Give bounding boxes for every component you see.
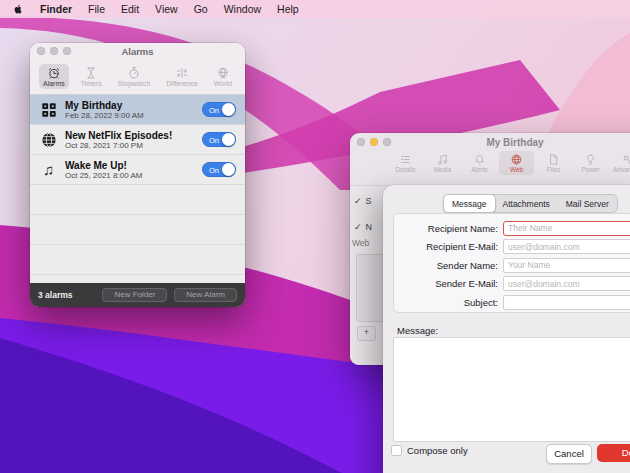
zoom-button[interactable] bbox=[63, 47, 71, 55]
menu-item-edit[interactable]: Edit bbox=[121, 3, 139, 15]
alarm-title: New NetFlix Episodes! bbox=[65, 130, 202, 141]
empty-list-row bbox=[30, 275, 245, 283]
checked-option-1[interactable]: ✓S bbox=[354, 196, 372, 206]
web-globe-icon bbox=[510, 153, 523, 166]
toolbar-advanced[interactable]: Advanced bbox=[610, 151, 630, 175]
recipient-email-field[interactable] bbox=[503, 239, 630, 254]
apple-menu[interactable] bbox=[12, 3, 24, 15]
alarms-titlebar: Alarms bbox=[30, 43, 245, 59]
message-label: Message: bbox=[397, 325, 438, 336]
empty-list-row bbox=[30, 245, 245, 275]
compose-only-checkbox[interactable] bbox=[391, 445, 402, 456]
alarms-bottom-bar: 3 alarms New Folder New Alarm bbox=[30, 283, 245, 307]
hourglass-icon bbox=[84, 66, 98, 80]
minimize-button[interactable] bbox=[370, 138, 378, 146]
toolbar-media[interactable]: Media bbox=[425, 151, 460, 175]
tab-message[interactable]: Message bbox=[443, 194, 496, 213]
toolbar-alerts[interactable]: Alerts bbox=[462, 151, 497, 175]
checked-option-2[interactable]: ✓N bbox=[354, 222, 372, 232]
menu-item-view[interactable]: View bbox=[155, 3, 178, 15]
alarm-count-status: 3 alarms bbox=[38, 290, 95, 300]
menu-bar: Finder File Edit View Go Window Help bbox=[0, 0, 630, 18]
toolbar-difference[interactable]: Difference bbox=[162, 64, 202, 89]
alarm-clock-icon bbox=[47, 66, 61, 80]
tab-attachments[interactable]: Attachments bbox=[495, 195, 558, 212]
alarm-row-wake-me-up[interactable]: ♫ Wake Me Up! Oct 25, 2021 8:00 AM On bbox=[30, 155, 245, 185]
close-button[interactable] bbox=[37, 47, 45, 55]
power-icon bbox=[584, 153, 597, 166]
toolbar-details[interactable]: Details bbox=[388, 151, 423, 175]
toolbar-power[interactable]: Power bbox=[573, 151, 608, 175]
window-title: My Birthday bbox=[350, 137, 630, 148]
new-folder-button[interactable]: New Folder bbox=[102, 288, 167, 303]
media-icon bbox=[436, 153, 449, 166]
sheet-tabs: Message Attachments Mail Server bbox=[443, 194, 618, 213]
alarms-toolbar: Alarms Timers Stopwatch Difference World bbox=[30, 59, 245, 95]
empty-list-row bbox=[30, 215, 245, 245]
alarm-list: My Birthday Feb 28, 2022 9:00 AM On New … bbox=[30, 95, 245, 283]
compose-only-option: Compose only bbox=[391, 445, 468, 456]
desktop: Finder File Edit View Go Window Help My … bbox=[0, 0, 630, 473]
message-textarea[interactable] bbox=[393, 337, 630, 442]
toggle-knob bbox=[222, 163, 235, 176]
menu-item-help[interactable]: Help bbox=[277, 3, 299, 15]
done-button[interactable]: Done bbox=[597, 444, 630, 462]
compose-only-label: Compose only bbox=[407, 445, 468, 456]
alarm-row-my-birthday[interactable]: My Birthday Feb 28, 2022 9:00 AM On bbox=[30, 95, 245, 125]
alarm-title: Wake Me Up! bbox=[65, 160, 202, 171]
world-icon bbox=[216, 66, 230, 80]
alarm-row-netflix[interactable]: New NetFlix Episodes! Oct 28, 2021 7:00 … bbox=[30, 125, 245, 155]
bell-icon bbox=[473, 153, 486, 166]
zoom-button[interactable] bbox=[383, 138, 391, 146]
toolbar-world[interactable]: World bbox=[210, 64, 236, 89]
checkmark-icon: ✓ bbox=[354, 196, 362, 206]
toolbar-stopwatch[interactable]: Stopwatch bbox=[114, 64, 155, 89]
stopwatch-icon bbox=[127, 66, 141, 80]
toolbar-web[interactable]: Web bbox=[499, 151, 534, 175]
difference-icon bbox=[175, 66, 189, 80]
web-section-label: Web bbox=[352, 238, 369, 248]
cancel-button[interactable]: Cancel bbox=[546, 444, 592, 464]
toolbar-timers[interactable]: Timers bbox=[77, 64, 106, 89]
music-note-icon: ♫ bbox=[43, 162, 54, 177]
globe-icon bbox=[41, 132, 57, 148]
apple-logo-icon bbox=[12, 3, 24, 15]
alarms-window: Alarms Alarms Timers Stopwatch Differenc… bbox=[30, 43, 245, 307]
tab-mail-server[interactable]: Mail Server bbox=[558, 195, 617, 212]
alarm-toggle[interactable]: On bbox=[202, 162, 236, 177]
sender-email-field[interactable] bbox=[503, 276, 630, 291]
menu-item-finder[interactable]: Finder bbox=[40, 3, 72, 15]
recipient-name-field[interactable] bbox=[503, 221, 630, 236]
sender-name-label: Sender Name: bbox=[394, 260, 503, 271]
alarm-datetime: Feb 28, 2022 9:00 AM bbox=[65, 111, 202, 120]
advanced-icon bbox=[621, 153, 630, 166]
add-button[interactable]: + bbox=[357, 326, 376, 341]
sender-email-label: Sender E-Mail: bbox=[394, 278, 503, 289]
subject-label: Subject: bbox=[394, 297, 503, 308]
recipient-email-label: Recipient E-Mail: bbox=[394, 241, 503, 252]
alarm-title: My Birthday bbox=[65, 100, 202, 111]
menu-item-window[interactable]: Window bbox=[224, 3, 261, 15]
grid-icon bbox=[41, 102, 57, 118]
menu-item-file[interactable]: File bbox=[88, 3, 105, 15]
sender-name-field[interactable] bbox=[503, 258, 630, 273]
minimize-button[interactable] bbox=[50, 47, 58, 55]
files-icon bbox=[547, 153, 560, 166]
toggle-knob bbox=[222, 103, 235, 116]
alarm-datetime: Oct 25, 2021 8:00 AM bbox=[65, 171, 202, 180]
birthday-toolbar: Details Media Alerts Web Files Power bbox=[350, 151, 630, 184]
subject-field[interactable] bbox=[503, 295, 630, 310]
empty-list-row bbox=[30, 185, 245, 215]
menu-item-go[interactable]: Go bbox=[194, 3, 208, 15]
recipient-name-label: Recipient Name: bbox=[394, 223, 503, 234]
checkmark-icon: ✓ bbox=[354, 222, 362, 232]
mail-sheet: Message Attachments Mail Server Recipien… bbox=[383, 185, 630, 473]
alarm-toggle[interactable]: On bbox=[202, 102, 236, 117]
close-button[interactable] bbox=[357, 138, 365, 146]
toolbar-files[interactable]: Files bbox=[536, 151, 571, 175]
new-alarm-button[interactable]: New Alarm bbox=[174, 288, 237, 303]
birthday-titlebar: My Birthday bbox=[350, 133, 630, 151]
toggle-knob bbox=[222, 133, 235, 146]
toolbar-alarms[interactable]: Alarms bbox=[39, 64, 69, 89]
alarm-toggle[interactable]: On bbox=[202, 132, 236, 147]
